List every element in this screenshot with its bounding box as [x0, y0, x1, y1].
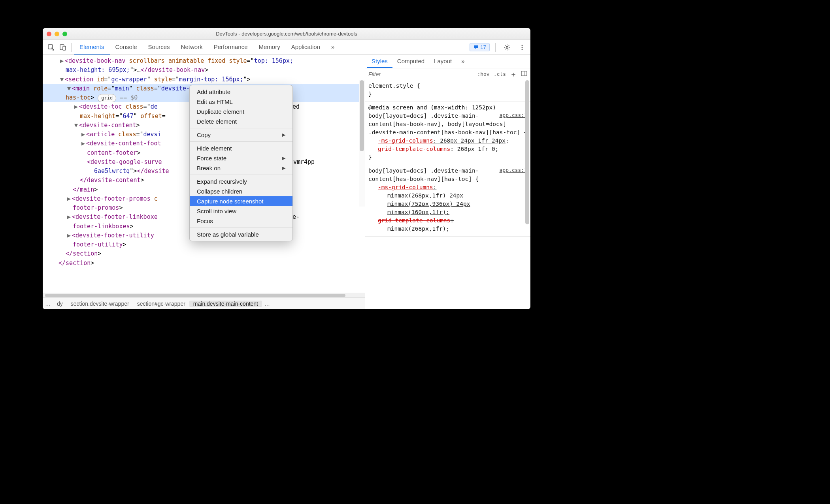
dom-line[interactable]: ▶<devsite-book-nav scrollbars animatable… — [54, 56, 361, 66]
horizontal-scrollbar[interactable] — [43, 293, 365, 297]
dom-line[interactable]: ▼<section id="gc-wrapper" style="margin-… — [54, 75, 361, 84]
svg-point-4 — [522, 45, 523, 46]
menu-item-store-as-global-variable[interactable]: Store as global variable — [190, 229, 292, 239]
styles-tabs: StylesComputedLayout» — [365, 55, 530, 68]
vertical-scrollbar[interactable] — [359, 80, 365, 207]
dom-line[interactable]: </section> — [54, 259, 361, 268]
scroll-thumb[interactable] — [360, 80, 364, 151]
dom-line[interactable]: footer-utility> — [54, 240, 361, 249]
hov-toggle[interactable]: :hov — [477, 71, 489, 77]
menu-item-expand-recursively[interactable]: Expand recursively — [190, 177, 292, 186]
menu-item-edit-as-html[interactable]: Edit as HTML — [190, 97, 292, 107]
menu-item-collapse-children[interactable]: Collapse children — [190, 186, 292, 196]
styles-filter-input[interactable] — [368, 71, 428, 77]
styles-filter-bar: :hov .cls ＋ — [365, 68, 530, 80]
breadcrumb-item[interactable]: main.devsite-main-content — [189, 301, 262, 307]
tab-elements[interactable]: Elements — [74, 40, 110, 55]
dom-line[interactable]: max-height: 695px;">…</devsite-book-nav> — [54, 66, 361, 75]
error-badge[interactable]: 17 — [470, 43, 490, 51]
new-style-rule-icon[interactable]: ＋ — [510, 70, 517, 79]
css-rule[interactable]: @media screen and (max-width: 1252px)app… — [365, 102, 530, 165]
svg-rect-7 — [521, 71, 527, 76]
menu-item-break-on[interactable]: Break on▶ — [190, 163, 292, 173]
submenu-arrow-icon: ▶ — [282, 156, 285, 161]
disclosure-triangle-icon[interactable]: ▶ — [74, 102, 79, 111]
menu-item-duplicate-element[interactable]: Duplicate element — [190, 107, 292, 117]
tab-memory[interactable]: Memory — [253, 40, 286, 55]
disclosure-triangle-icon[interactable]: ▼ — [67, 84, 72, 93]
message-icon — [473, 45, 479, 50]
source-link[interactable]: app.css:1 — [500, 112, 527, 119]
css-rule[interactable]: app.css:1body[layout=docs] .devsite-main… — [365, 165, 530, 237]
tabs-overflow-icon[interactable]: » — [326, 43, 340, 51]
context-menu: Add attributeEdit as HTMLDuplicate eleme… — [189, 85, 293, 241]
menu-item-add-attribute[interactable]: Add attribute — [190, 87, 292, 97]
tab-console[interactable]: Console — [110, 40, 143, 55]
tab-application[interactable]: Application — [286, 40, 326, 55]
svg-rect-2 — [63, 46, 66, 50]
disclosure-triangle-icon[interactable]: ▼ — [74, 121, 79, 130]
menu-item-delete-element[interactable]: Delete element — [190, 117, 292, 126]
settings-icon[interactable] — [501, 41, 513, 53]
disclosure-triangle-icon[interactable]: ▶ — [67, 194, 72, 203]
disclosure-triangle-icon[interactable]: ▶ — [81, 130, 86, 139]
svg-point-5 — [522, 47, 523, 48]
styles-tab-styles[interactable]: Styles — [367, 55, 392, 68]
breadcrumb-item[interactable]: section.devsite-wrapper — [67, 301, 133, 307]
menu-item-hide-element[interactable]: Hide element — [190, 143, 292, 153]
disclosure-triangle-icon[interactable]: ▼ — [60, 75, 65, 84]
menu-item-focus[interactable]: Focus — [190, 216, 292, 226]
source-link[interactable]: app.css:1 — [500, 167, 527, 174]
submenu-arrow-icon: ▶ — [282, 165, 285, 171]
menu-item-scroll-into-view[interactable]: Scroll into view — [190, 206, 292, 216]
titlebar: DevTools - developers.google.com/web/too… — [43, 28, 530, 40]
sidebar-toggle-icon[interactable] — [521, 71, 527, 77]
disclosure-triangle-icon[interactable]: ▶ — [81, 139, 86, 148]
tab-sources[interactable]: Sources — [143, 40, 175, 55]
breadcrumb[interactable]: …dysection.devsite-wrappersection#gc-wra… — [43, 297, 365, 309]
tab-network[interactable]: Network — [175, 40, 208, 55]
disclosure-triangle-icon[interactable]: ▶ — [67, 231, 72, 240]
device-toggle-icon[interactable] — [57, 41, 69, 53]
styles-tabs-overflow-icon[interactable]: » — [456, 55, 469, 68]
error-count: 17 — [481, 44, 486, 50]
submenu-arrow-icon: ▶ — [282, 132, 285, 137]
disclosure-triangle-icon[interactable]: ▶ — [60, 56, 65, 66]
styles-rules[interactable]: element.style {}@media screen and (max-w… — [365, 80, 530, 309]
layout-badge[interactable]: grid — [98, 94, 116, 102]
scroll-thumb[interactable] — [525, 80, 529, 224]
breadcrumb-item[interactable]: dy — [53, 301, 67, 307]
svg-point-3 — [506, 46, 508, 48]
vertical-scrollbar[interactable] — [525, 80, 530, 309]
separator — [71, 43, 72, 52]
disclosure-triangle-icon[interactable]: ▶ — [67, 213, 72, 222]
dom-line[interactable]: </section> — [54, 249, 361, 258]
cls-toggle[interactable]: .cls — [494, 71, 506, 77]
menu-item-copy[interactable]: Copy▶ — [190, 130, 292, 140]
styles-tab-computed[interactable]: Computed — [392, 55, 429, 68]
inspect-icon[interactable] — [45, 41, 57, 53]
kebab-menu-icon[interactable] — [516, 41, 528, 53]
breadcrumb-overflow[interactable]: … — [43, 301, 53, 307]
devtools-window: DevTools - developers.google.com/web/too… — [43, 28, 530, 309]
scroll-thumb[interactable] — [45, 294, 345, 297]
css-rule[interactable]: element.style {} — [365, 80, 530, 102]
menu-item-capture-node-screenshot[interactable]: Capture node screenshot — [190, 196, 292, 206]
svg-point-6 — [522, 49, 523, 50]
tab-performance[interactable]: Performance — [208, 40, 253, 55]
window-title: DevTools - developers.google.com/web/too… — [43, 31, 530, 37]
breadcrumb-overflow[interactable]: … — [262, 301, 272, 307]
styles-pane: StylesComputedLayout» :hov .cls ＋ elemen… — [365, 55, 530, 309]
panel-tabs: ElementsConsoleSourcesNetworkPerformance… — [74, 40, 326, 55]
styles-tab-layout[interactable]: Layout — [429, 55, 456, 68]
breadcrumb-item[interactable]: section#gc-wrapper — [133, 301, 189, 307]
separator — [495, 43, 496, 52]
toolbar: ElementsConsoleSourcesNetworkPerformance… — [43, 40, 530, 55]
menu-item-force-state[interactable]: Force state▶ — [190, 153, 292, 163]
